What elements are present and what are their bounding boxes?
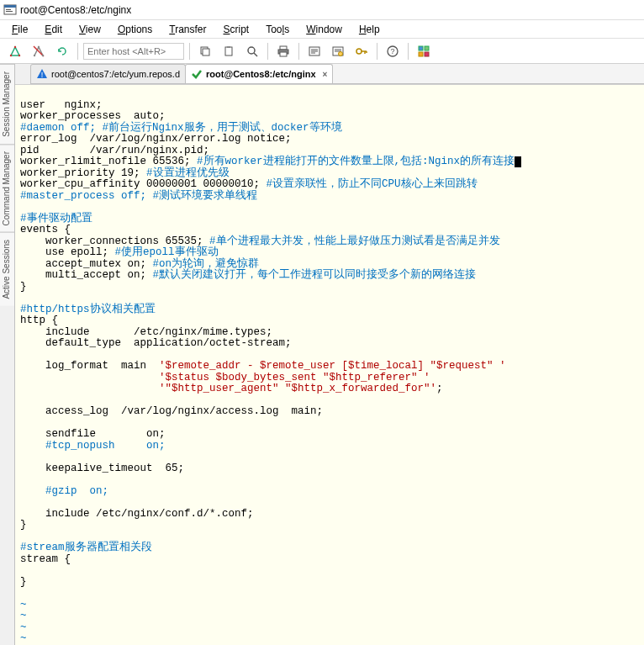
svg-point-5 <box>10 54 12 56</box>
reconnect-icon[interactable] <box>52 41 72 61</box>
copy-icon[interactable] <box>195 41 215 61</box>
line: user nginx; worker_processes auto; #daem… <box>20 99 521 645</box>
svg-rect-13 <box>227 46 230 48</box>
svg-rect-18 <box>280 52 287 56</box>
svg-point-14 <box>248 47 255 54</box>
side-tab-active-sessions[interactable]: Active Sessions <box>0 232 14 306</box>
app-icon <box>3 3 17 17</box>
separator <box>77 43 78 60</box>
separator <box>298 43 299 60</box>
tab-centos7[interactable]: ! root@centos7:/etc/yum.repos.d <box>30 64 186 83</box>
tab-label: root@Centos8:/etc/nginx <box>206 69 316 79</box>
menu-edit[interactable]: Edit <box>38 22 69 37</box>
cursor <box>515 156 521 167</box>
svg-rect-28 <box>425 52 429 56</box>
close-icon[interactable]: × <box>323 70 328 79</box>
paste-icon[interactable] <box>219 41 239 61</box>
svg-point-9 <box>42 54 44 56</box>
disconnect-icon[interactable] <box>29 41 49 61</box>
svg-rect-11 <box>203 49 209 56</box>
find-icon[interactable] <box>242 41 262 61</box>
menu-options[interactable]: Options <box>111 22 159 37</box>
side-tabs: Session Manager Command Manager Active S… <box>0 64 15 645</box>
window-title: root@Centos8:/etc/nginx <box>20 4 131 16</box>
main-area: Session Manager Command Manager Active S… <box>0 64 644 645</box>
warning-icon: ! <box>36 68 48 80</box>
svg-rect-25 <box>419 46 423 50</box>
svg-text:?: ? <box>390 47 394 56</box>
menu-transfer[interactable]: Transfer <box>162 22 213 37</box>
key-icon[interactable] <box>351 41 372 61</box>
svg-rect-26 <box>425 46 429 50</box>
titlebar: root@Centos8:/etc/nginx <box>0 0 644 20</box>
tab-centos8[interactable]: root@Centos8:/etc/nginx × <box>185 64 333 83</box>
svg-rect-3 <box>6 11 13 12</box>
separator <box>189 43 190 60</box>
svg-point-8 <box>34 54 35 56</box>
menu-tools[interactable]: Tools <box>259 22 296 37</box>
menubar: File Edit View Options Transfer Script T… <box>0 20 644 39</box>
menu-view[interactable]: View <box>72 22 108 37</box>
svg-rect-1 <box>4 5 16 8</box>
menu-file[interactable]: File <box>5 22 34 37</box>
menu-help[interactable]: Help <box>352 22 387 37</box>
check-icon <box>191 68 203 80</box>
options-icon[interactable] <box>304 41 325 61</box>
separator <box>377 43 377 60</box>
side-tab-command-manager[interactable]: Command Manager <box>0 144 14 232</box>
terminal[interactable]: user nginx; worker_processes auto; #daem… <box>15 84 644 645</box>
svg-rect-27 <box>419 52 423 56</box>
print-icon[interactable] <box>273 41 293 61</box>
toolbar: ? <box>0 39 644 64</box>
session-options-icon[interactable] <box>328 41 348 61</box>
svg-rect-16 <box>280 46 287 50</box>
svg-point-7 <box>38 45 40 47</box>
menu-window[interactable]: Window <box>299 22 349 37</box>
svg-point-22 <box>356 49 362 54</box>
tab-label: root@centos7:/etc/yum.repos.d <box>51 69 180 79</box>
separator <box>267 43 268 60</box>
svg-point-21 <box>339 51 343 56</box>
svg-line-15 <box>254 53 257 56</box>
separator <box>408 43 409 60</box>
menu-script[interactable]: Script <box>217 22 256 37</box>
side-tab-session-manager[interactable]: Session Manager <box>0 64 14 144</box>
help-icon[interactable]: ? <box>383 41 403 61</box>
svg-rect-2 <box>6 9 11 10</box>
svg-point-4 <box>14 45 16 47</box>
tabbar: ! root@centos7:/etc/yum.repos.d root@Cen… <box>30 64 644 84</box>
svg-rect-12 <box>225 47 232 56</box>
svg-text:!: ! <box>41 71 44 79</box>
connect-icon[interactable] <box>5 41 25 61</box>
host-input[interactable] <box>83 43 184 60</box>
tile-icon[interactable] <box>414 41 434 61</box>
svg-point-6 <box>18 54 20 56</box>
